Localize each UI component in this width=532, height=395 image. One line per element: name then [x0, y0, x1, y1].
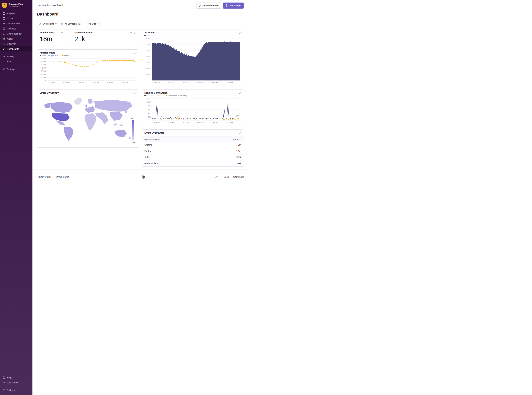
sidebar: Empower Plant Jane Schmidt Projects Issu…	[0, 0, 33, 184]
stats-icon	[3, 60, 5, 63]
svg-text:40,000: 40,000	[146, 55, 151, 57]
edit-dashboard-button[interactable]: Edit Dashboard	[196, 3, 221, 9]
breadcrumb-dashboards[interactable]: Dashboards	[37, 4, 49, 7]
map-legend-low: Low	[132, 142, 135, 143]
widget-title: Handled v. Unhandled	[144, 92, 168, 94]
sidebar-item-user-feedback[interactable]: User Feedback	[0, 31, 33, 36]
widget-expand-icon[interactable]	[239, 132, 241, 134]
widget-title: Number of Issues	[74, 31, 93, 34]
breadcrumb-current: Dashboard	[52, 4, 63, 7]
column-header-browser-name[interactable]: BROWSER.NAME	[142, 137, 205, 142]
sidebar-item-label: Discover	[7, 43, 16, 45]
sidebar-item-releases[interactable]: Releases	[0, 26, 33, 31]
sentry-logo-icon	[139, 174, 146, 180]
map-region-indonesia[interactable]	[119, 124, 123, 127]
docs-link[interactable]: Docs	[223, 176, 229, 178]
sidebar-item-settings[interactable]: Settings	[0, 67, 33, 72]
widget-menu-icon[interactable]	[235, 32, 237, 34]
widget-menu-icon[interactable]	[130, 52, 133, 54]
table-row[interactable]: Chrome7.7m	[142, 142, 244, 148]
widget-expand-icon[interactable]	[239, 32, 241, 34]
sidebar-item-stats[interactable]: Stats	[0, 59, 33, 64]
table-row[interactable]: Go-http-client331k	[142, 160, 244, 167]
sidebar-item-performance[interactable]: Performance	[0, 21, 33, 26]
svg-text:10,000: 10,000	[41, 77, 46, 78]
widget-menu-icon[interactable]	[60, 32, 63, 34]
errors-by-browser-table: BROWSER.NAME COUNT() Chrome7.7mFirefox1.…	[142, 137, 244, 166]
widget-number-of-errors: Number of Err… 16m	[37, 29, 69, 47]
sidebar-item-projects[interactable]: Projects	[0, 11, 33, 16]
svg-text:30,000: 30,000	[41, 70, 46, 72]
topbar: Dashboards › Dashboard Edit Dashboard Ad…	[33, 0, 248, 9]
sidebar-item-label: Releases	[7, 27, 16, 30]
widget-menu-icon[interactable]	[235, 132, 237, 134]
sidebar-item-discover[interactable]: Discover	[0, 41, 33, 46]
svg-text:12:00 AM: 12:00 AM	[197, 81, 204, 83]
alerts-icon	[3, 38, 5, 40]
widget-all-events: All Events count() 010,00020,00030,00040…	[142, 29, 244, 87]
user-feedback-icon	[3, 33, 5, 35]
widget-expand-icon[interactable]	[65, 32, 67, 34]
sidebar-item-alerts[interactable]: Alerts	[0, 36, 33, 41]
svg-text:12:00 AM: 12:00 AM	[92, 81, 99, 83]
widget-title: Number of Err…	[40, 31, 57, 34]
map-region-usa[interactable]	[51, 113, 70, 121]
legend-dot	[166, 95, 167, 96]
all-events-chart: 010,00020,00030,00040,00050,00060,00070,…	[144, 37, 241, 83]
svg-text:800: 800	[148, 105, 151, 107]
time-range-filter[interactable]: 24H	[86, 21, 101, 27]
org-name: Empower Plant	[9, 3, 23, 5]
table-row[interactable]: Firefox1.1m	[142, 148, 244, 154]
map-region-uk[interactable]	[85, 104, 87, 108]
map-region-scandinavia[interactable]	[88, 98, 93, 104]
projects-filter-icon	[39, 23, 41, 25]
svg-text:50,000: 50,000	[146, 49, 151, 51]
sidebar-item-label: Alerts	[7, 38, 13, 40]
terms-of-use-link[interactable]: Terms of Use	[56, 176, 69, 178]
big-number-value: 16m	[40, 35, 67, 43]
sidebar-item-issues[interactable]: Issues	[0, 16, 33, 21]
sidebar-item-dashboards[interactable]: Dashboards	[0, 46, 33, 51]
sidebar-nav: Projects Issues Performance Releases Use…	[0, 11, 33, 72]
map-region-russia[interactable]	[94, 100, 133, 112]
map-region-canada[interactable]	[50, 102, 73, 113]
project-filter[interactable]: My Projects	[37, 21, 59, 27]
map-region-east-asia[interactable]	[109, 111, 123, 121]
widget-menu-icon[interactable]	[130, 32, 133, 34]
map-legend-gradient	[132, 120, 134, 141]
widget-expand-icon[interactable]	[239, 92, 241, 94]
table-row[interactable]: Safari524k	[142, 154, 244, 160]
environment-filter[interactable]: All Environments	[59, 21, 86, 27]
svg-text:4:00 PM: 4:00 PM	[63, 81, 70, 83]
legend-dot	[144, 35, 146, 36]
map-region-greenland[interactable]	[74, 98, 82, 105]
svg-text:1,000: 1,000	[147, 101, 151, 103]
org-switcher[interactable]: Empower Plant Jane Schmidt	[0, 2, 33, 9]
svg-text:10,000: 10,000	[146, 73, 151, 75]
widget-menu-icon[interactable]	[235, 92, 237, 94]
widget-menu-icon[interactable]	[130, 92, 133, 94]
releases-icon	[3, 27, 5, 30]
map-region-se-asia[interactable]	[113, 123, 118, 126]
contribute-link[interactable]: Contribute	[233, 176, 244, 178]
widget-expand-icon[interactable]	[134, 52, 136, 54]
svg-text:8:00 AM: 8:00 AM	[227, 121, 233, 123]
add-widget-button[interactable]: Add Widget	[223, 3, 244, 9]
sidebar-item-activity[interactable]: Activity	[0, 54, 33, 59]
map-region-middle-east-india[interactable]	[95, 112, 108, 125]
column-header-count[interactable]: COUNT()	[205, 137, 244, 142]
widget-expand-icon[interactable]	[134, 32, 136, 34]
map-region-new-zealand[interactable]	[129, 136, 131, 140]
org-logo-glyph	[3, 4, 6, 6]
svg-text:600: 600	[148, 109, 151, 110]
widget-errors-by-browser: Errors By Browser BROWSER.NAME COUNT() C…	[142, 129, 244, 167]
svg-text:70,000: 70,000	[41, 57, 46, 59]
map-region-africa[interactable]	[84, 113, 97, 130]
map-region-australia[interactable]	[115, 129, 127, 137]
main-content: Dashboards › Dashboard Edit Dashboard Ad…	[33, 0, 248, 184]
privacy-policy-link[interactable]: Privacy Policy	[37, 176, 51, 178]
map-region-south-america[interactable]	[64, 127, 74, 141]
api-link[interactable]: API	[216, 176, 219, 178]
widget-title: Errors By Browser	[144, 132, 164, 134]
widget-expand-icon[interactable]	[134, 92, 136, 94]
